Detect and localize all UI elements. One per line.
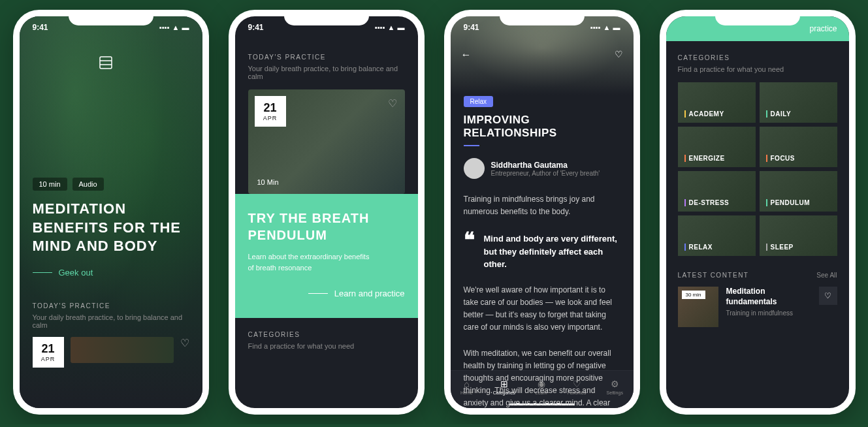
duration-pill: 10 min <box>33 178 67 191</box>
category-grid: ACADEMYDAILYENERGIZEFOCUSDE-STRESSPENDUL… <box>678 82 837 256</box>
phone-mockup-1: 9:41 ▪▪▪▪▲▬ 10 min Audio MEDITATION BENE… <box>13 10 209 415</box>
latest-title: Meditation fundamentals <box>726 287 811 307</box>
categories-label: CATEGORIES <box>678 54 837 61</box>
article-body-2: With meditation, we can benefit our over… <box>464 347 620 408</box>
header-practice-link[interactable]: practice <box>809 24 837 33</box>
accent-bar <box>684 110 686 118</box>
author-row[interactable]: Siddhartha Gautama Entrepreneur, Author … <box>464 158 620 179</box>
today-practice-sub: Your daily breath practice, to bring bal… <box>248 65 405 80</box>
author-name: Siddhartha Gautama <box>491 161 600 170</box>
accent-bar <box>766 155 767 162</box>
article-body-1: We're well aware of how important it is … <box>464 284 620 334</box>
app-logo-icon <box>98 55 114 71</box>
today-practice-label: TODAY'S PRACTICE <box>33 302 189 309</box>
status-time: 9:41 <box>248 23 264 32</box>
accent-bar <box>684 244 686 251</box>
latest-thumbnail: 30 min <box>678 287 718 327</box>
heart-icon[interactable]: ♡ <box>388 97 397 110</box>
article-quote: Mind and body are very different, but th… <box>484 232 620 271</box>
latest-content-label: LATEST CONTENT <box>678 272 749 279</box>
author-subtitle: Entrepreneur, Author of 'Every breath' <box>491 170 600 177</box>
featured-panel: TRY THE BREATH PENDULUM Learn about the … <box>235 194 418 318</box>
quote-mark-icon: ❝ <box>464 232 475 271</box>
status-icons: ▪▪▪▪▲▬ <box>375 23 405 32</box>
categories-sub: Find a practice for what you need <box>248 342 405 350</box>
article-intro: Training in mindfulness brings joy and n… <box>464 193 620 218</box>
hero-title: MEDITATION BENEFITS FOR THE MIND AND BOD… <box>33 200 189 256</box>
category-tile-focus[interactable]: FOCUS <box>760 127 837 167</box>
accent-bar <box>684 199 686 206</box>
phone-mockup-3: 9:41 ▪▪▪▪▲▬ ← ♡ Relax IMPROVING RELATION… <box>444 10 640 415</box>
accent-bar <box>766 110 767 118</box>
status-time: 9:41 <box>464 23 479 32</box>
heart-icon: ♡ <box>824 291 831 300</box>
category-tile-relax[interactable]: RELAX <box>678 215 756 256</box>
accent-line <box>464 145 479 146</box>
article-title: IMPROVING RELATIONSHIPS <box>464 114 620 140</box>
today-practice-label: TODAY'S PRACTICE <box>248 54 405 61</box>
type-pill: Audio <box>72 178 104 191</box>
geek-out-link[interactable]: Geek out <box>33 268 189 277</box>
status-time: 9:41 <box>33 23 48 32</box>
heart-icon[interactable]: ♡ <box>180 337 189 349</box>
phone-mockup-2: 9:41 ▪▪▪▪▲▬ TODAY'S PRACTICE Your daily … <box>229 10 425 415</box>
accent-bar <box>766 244 767 251</box>
featured-title: TRY THE BREATH PENDULUM <box>248 210 405 244</box>
status-icons: ▪▪▪▪▲▬ <box>159 23 189 32</box>
category-tile-daily[interactable]: DAILY <box>760 82 837 123</box>
date-badge: 21 APR <box>255 96 286 127</box>
heart-icon[interactable]: ♡ <box>615 49 623 59</box>
latest-subtitle: Training in mindfulness <box>726 309 811 317</box>
category-tile-pendulum[interactable]: PENDULUM <box>760 171 837 212</box>
today-practice-sub: Your daily breath practice, to bring bal… <box>33 313 189 329</box>
duration-badge: 30 min <box>682 291 705 299</box>
article-hero-image: 9:41 ▪▪▪▪▲▬ ← ♡ <box>451 16 634 95</box>
categories-label: CATEGORIES <box>248 331 405 338</box>
learn-practice-link[interactable]: Learn and practice <box>248 289 405 298</box>
status-icons: ▪▪▪▪▲▬ <box>590 23 620 32</box>
latest-item[interactable]: 30 min Meditation fundamentals Training … <box>678 287 837 327</box>
practice-card[interactable]: 21 APR ♡ 10 Min <box>248 89 405 194</box>
category-tile-academy[interactable]: ACADEMY <box>678 82 756 123</box>
accent-bar <box>684 155 686 162</box>
category-tag[interactable]: Relax <box>464 96 494 107</box>
category-tile-sleep[interactable]: SLEEP <box>760 215 837 256</box>
favorite-button[interactable]: ♡ <box>819 287 837 305</box>
practice-card-image[interactable] <box>71 337 174 363</box>
back-arrow-icon[interactable]: ← <box>461 49 472 61</box>
see-all-link[interactable]: See All <box>816 272 837 279</box>
accent-bar <box>766 199 767 206</box>
phone-mockup-4: practice CATEGORIES Find a practice for … <box>660 10 856 415</box>
categories-sub: Find a practice for what you need <box>678 65 837 73</box>
category-tile-de-stress[interactable]: DE-STRESS <box>678 171 756 212</box>
card-duration: 10 Min <box>257 178 279 186</box>
author-avatar <box>464 158 485 179</box>
svg-rect-0 <box>100 57 112 69</box>
category-tile-energize[interactable]: ENERGIZE <box>678 127 756 167</box>
date-badge: 21 APR <box>33 337 64 368</box>
